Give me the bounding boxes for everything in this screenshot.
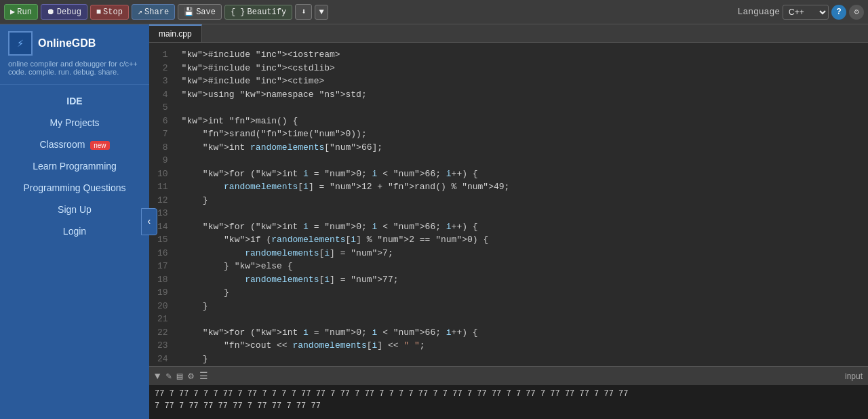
sidebar-item-classroom[interactable]: Classroom new bbox=[0, 134, 149, 155]
save-icon: 💾 bbox=[184, 7, 194, 17]
pencil-icon[interactable]: ✎ bbox=[165, 370, 171, 382]
terminal-icon[interactable]: ▤ bbox=[177, 370, 182, 382]
beautify-button[interactable]: { } Beautify bbox=[224, 5, 292, 20]
sidebar-item-ide[interactable]: IDE bbox=[0, 90, 149, 112]
settings-icon[interactable]: ⚙ bbox=[188, 370, 193, 382]
download-icon: ⬇ bbox=[301, 7, 306, 17]
debug-icon: ⏺ bbox=[47, 7, 55, 17]
main-area: ⚡ OnlineGDB online compiler and debugger… bbox=[0, 24, 868, 419]
file-tabs: main.cpp bbox=[149, 24, 868, 43]
bottom-toolbar: ▼ ✎ ▤ ⚙ ☰ input bbox=[149, 366, 868, 385]
save-label: Save bbox=[196, 7, 216, 17]
file-tab-main[interactable]: main.cpp bbox=[149, 24, 202, 42]
sidebar-item-signup[interactable]: Sign Up bbox=[0, 199, 149, 220]
sidebar-item-programming-questions[interactable]: Programming Questions bbox=[0, 177, 149, 199]
beautify-icon: { } bbox=[231, 7, 245, 17]
bottom-panel: ▼ ✎ ▤ ⚙ ☰ input 77 7 77 7 7 7 77 7 77 7 … bbox=[149, 366, 868, 419]
download-button[interactable]: ⬇ bbox=[295, 4, 312, 20]
toolbar: ▶ Run ⏺ Debug ■ Stop ↗ Share 💾 Save { } … bbox=[0, 0, 868, 24]
chevron-down-icon: ▼ bbox=[319, 7, 323, 17]
output-area: 77 7 77 7 7 7 77 7 77 7 7 7 7 77 77 7 77… bbox=[149, 385, 868, 419]
classroom-badge: new bbox=[90, 141, 109, 150]
code-editor[interactable]: 1234567891011121314151617181920212223242… bbox=[149, 43, 868, 366]
logo-text: OnlineGDB bbox=[38, 37, 96, 49]
logo-icon: ⚡ bbox=[8, 31, 33, 56]
sidebar-header: ⚡ OnlineGDB online compiler and debugger… bbox=[0, 24, 149, 85]
settings-button[interactable]: ⚙ bbox=[849, 5, 864, 20]
info-button[interactable]: ? bbox=[831, 5, 846, 20]
share-icon: ↗ bbox=[138, 7, 142, 17]
run-icon: ▶ bbox=[10, 7, 15, 17]
sidebar-collapse-button[interactable]: ‹ bbox=[141, 208, 157, 235]
stop-label: Stop bbox=[103, 7, 123, 17]
sidebar-tagline2: code. compile. run. debug. share. bbox=[8, 68, 141, 76]
run-label: Run bbox=[17, 7, 32, 17]
debug-button[interactable]: ⏺ Debug bbox=[41, 4, 87, 20]
line-numbers: 1234567891011121314151617181920212223242… bbox=[149, 43, 174, 366]
sidebar-logo: ⚡ OnlineGDB bbox=[8, 31, 141, 56]
sidebar: ⚡ OnlineGDB online compiler and debugger… bbox=[0, 24, 149, 419]
chevron-down-icon[interactable]: ▼ bbox=[155, 371, 160, 382]
language-selector: Language C++ C Java Python bbox=[738, 5, 829, 20]
sidebar-tagline: online compiler and debugger for c/c++ bbox=[8, 60, 141, 68]
code-content[interactable]: "kw">#include "inc"><iostream> "kw">#inc… bbox=[174, 43, 868, 366]
debug-label: Debug bbox=[57, 7, 81, 17]
list-icon[interactable]: ☰ bbox=[199, 370, 208, 382]
output-label: input bbox=[845, 372, 863, 381]
language-dropdown[interactable]: C++ C Java Python bbox=[783, 5, 829, 20]
sidebar-item-login[interactable]: Login bbox=[0, 220, 149, 242]
save-button[interactable]: 💾 Save bbox=[178, 4, 222, 20]
share-label: Share bbox=[144, 7, 169, 17]
stop-button[interactable]: ■ Stop bbox=[90, 5, 129, 20]
dropdown-button[interactable]: ▼ bbox=[315, 5, 328, 20]
beautify-label: Beautify bbox=[248, 7, 287, 17]
sidebar-nav: IDE My Projects Classroom new Learn Prog… bbox=[0, 85, 149, 247]
editor-area: main.cpp 1234567891011121314151617181920… bbox=[149, 24, 868, 419]
sidebar-item-my-projects[interactable]: My Projects bbox=[0, 112, 149, 134]
run-button[interactable]: ▶ Run bbox=[4, 4, 38, 20]
sidebar-item-learn-programming[interactable]: Learn Programming bbox=[0, 155, 149, 177]
stop-icon: ■ bbox=[96, 7, 101, 17]
share-button[interactable]: ↗ Share bbox=[132, 4, 175, 20]
language-label: Language bbox=[738, 7, 780, 17]
